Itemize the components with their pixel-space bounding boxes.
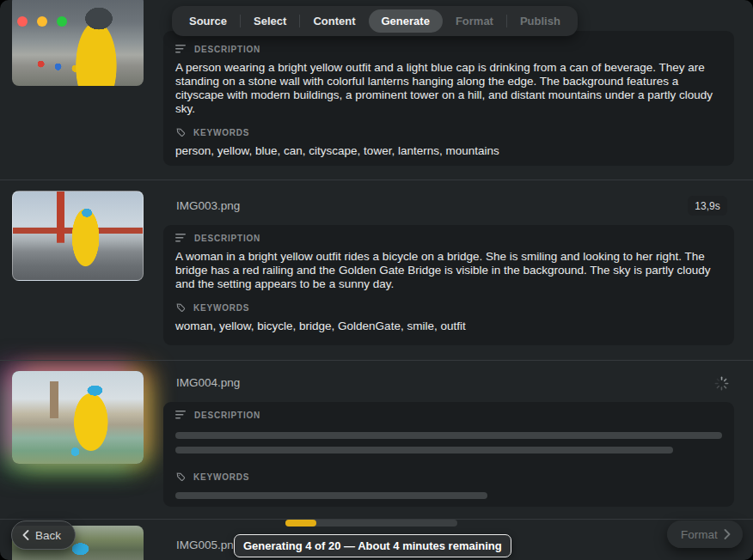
filename-img004: IMG004.png: [176, 376, 240, 389]
row-divider: [0, 180, 753, 180]
caption-card-img004: DESCRIPTION KEYWORDS: [163, 402, 734, 507]
text-lines-icon: [175, 45, 187, 54]
text-lines-icon: [175, 234, 187, 243]
tag-icon: [175, 472, 186, 482]
tab-format[interactable]: Format: [447, 9, 502, 33]
format-button-label: Format: [681, 528, 718, 541]
chevron-right-icon: [724, 529, 731, 539]
text-lines-icon: [175, 411, 187, 420]
close-button[interactable]: [17, 16, 28, 27]
thumbnail-img002[interactable]: [12, 0, 144, 86]
description-section-header: DESCRIPTION: [175, 234, 722, 243]
tab-content[interactable]: Content: [304, 9, 364, 33]
description-section-header: DESCRIPTION: [175, 45, 722, 54]
description-skeleton-line: [175, 447, 673, 453]
description-text: A person wearing a bright yellow outfit …: [175, 61, 722, 116]
step-tabbar: Source Select Content Generate Format Pu…: [172, 6, 578, 36]
tab-separator: [506, 15, 507, 27]
keywords-skeleton-line: [175, 492, 487, 499]
keywords-label: KEYWORDS: [193, 128, 249, 137]
tab-separator: [240, 15, 241, 27]
generation-time-badge: 13,9s: [688, 196, 727, 216]
tab-generate[interactable]: Generate: [369, 9, 443, 33]
keywords-text: woman, yellow, bicycle, bridge, GoldenGa…: [175, 320, 722, 333]
keywords-section-header: KEYWORDS: [175, 472, 722, 482]
keywords-text: person, yellow, blue, can, cityscape, to…: [175, 144, 722, 158]
description-label: DESCRIPTION: [194, 45, 260, 54]
keywords-section-header: KEYWORDS: [175, 127, 722, 137]
back-button[interactable]: Back: [11, 520, 76, 550]
description-section-header: DESCRIPTION: [175, 411, 722, 420]
tab-separator: [299, 15, 300, 27]
tab-select[interactable]: Select: [245, 9, 295, 33]
description-skeleton-line: [175, 432, 722, 439]
generation-progress-bar: [285, 520, 457, 527]
generation-status: Generating 4 of 20 — About 4 minutes rem…: [234, 534, 511, 557]
window-controls: [17, 16, 67, 27]
tag-icon: [175, 127, 186, 137]
filename-img005: IMG005.png: [176, 539, 240, 551]
tag-icon: [175, 302, 186, 313]
caption-card-img003: DESCRIPTION A woman in a bright yellow o…: [163, 225, 734, 345]
minimize-button[interactable]: [37, 16, 47, 27]
thumbnail-img003[interactable]: [12, 191, 144, 281]
back-button-label: Back: [35, 529, 61, 542]
keywords-section-header: KEYWORDS: [175, 302, 722, 313]
description-text: A woman in a bright yellow outfit rides …: [175, 250, 722, 291]
row-divider: [0, 360, 753, 361]
format-button[interactable]: Format: [667, 520, 743, 548]
caption-card-img002: DESCRIPTION A person wearing a bright ye…: [163, 31, 734, 166]
chevron-left-icon: [22, 530, 29, 540]
spinner-icon: [714, 376, 729, 391]
app-window: Source Select Content Generate Format Pu…: [0, 0, 753, 560]
tab-publish[interactable]: Publish: [511, 9, 569, 33]
keywords-label: KEYWORDS: [193, 472, 249, 482]
zoom-button[interactable]: [57, 16, 67, 27]
progress-fill: [285, 520, 316, 527]
keywords-label: KEYWORDS: [193, 303, 249, 313]
description-label: DESCRIPTION: [194, 234, 260, 243]
tab-source[interactable]: Source: [181, 9, 236, 33]
filename-img003: IMG003.png: [176, 199, 240, 212]
description-label: DESCRIPTION: [194, 411, 260, 420]
thumbnail-img004-generating[interactable]: [12, 371, 144, 464]
